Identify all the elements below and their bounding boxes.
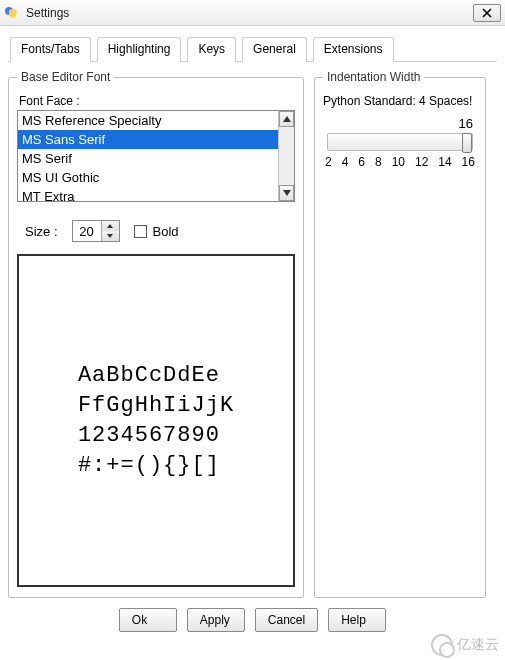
font-option[interactable]: MS Reference Specialty	[18, 111, 278, 130]
ok-button[interactable]: Ok	[119, 608, 177, 632]
preview-line: 1234567890	[78, 421, 234, 451]
slider-ticks: 2 4 6 8 10 12 14 16	[325, 155, 475, 169]
app-icon	[4, 5, 20, 21]
indentation-width-legend: Indentation Width	[323, 70, 424, 84]
titlebar: Settings	[0, 0, 505, 26]
cancel-button[interactable]: Cancel	[255, 608, 318, 632]
base-editor-font-group: Base Editor Font Font Face : MS Referenc…	[8, 70, 304, 598]
size-increase-button[interactable]	[102, 221, 119, 231]
size-label: Size :	[25, 224, 58, 239]
tick-label: 4	[342, 155, 349, 169]
chevron-down-icon	[107, 234, 113, 238]
font-option[interactable]: MS UI Gothic	[18, 168, 278, 187]
tab-general[interactable]: General	[242, 37, 307, 62]
chevron-up-icon	[283, 116, 291, 122]
window-title: Settings	[26, 6, 473, 20]
indentation-width-group: Indentation Width Python Standard: 4 Spa…	[314, 70, 486, 598]
scroll-down-button[interactable]	[279, 185, 294, 201]
chevron-down-icon	[283, 190, 291, 196]
font-preview-text: AaBbCcDdEe FfGgHhIiJjK 1234567890 #:+=()…	[78, 361, 234, 481]
chevron-up-icon	[107, 224, 113, 228]
base-editor-font-legend: Base Editor Font	[17, 70, 114, 84]
tab-bar: Fonts/Tabs Highlighting Keys General Ext…	[8, 36, 497, 62]
listbox-scrollbar[interactable]	[278, 111, 294, 201]
close-icon	[482, 8, 492, 18]
font-face-label: Font Face :	[19, 94, 295, 108]
tick-label: 6	[358, 155, 365, 169]
tick-label: 14	[438, 155, 451, 169]
dialog-button-bar: Ok Apply Cancel Help	[8, 608, 497, 632]
apply-button[interactable]: Apply	[187, 608, 245, 632]
tab-extensions[interactable]: Extensions	[313, 37, 394, 62]
help-button[interactable]: Help	[328, 608, 386, 632]
size-decrease-button[interactable]	[102, 231, 119, 241]
tick-label: 12	[415, 155, 428, 169]
font-preview-box: AaBbCcDdEe FfGgHhIiJjK 1234567890 #:+=()…	[17, 254, 295, 587]
preview-line: #:+=(){}[]	[78, 451, 234, 481]
font-option[interactable]: MT Extra	[18, 187, 278, 201]
tab-highlighting[interactable]: Highlighting	[97, 37, 182, 62]
preview-line: FfGgHhIiJjK	[78, 391, 234, 421]
slider-thumb[interactable]	[462, 133, 472, 153]
tab-keys[interactable]: Keys	[187, 37, 236, 62]
bold-label: Bold	[153, 224, 179, 239]
font-option-selected[interactable]: MS Sans Serif	[18, 130, 278, 149]
indent-value: 16	[323, 116, 477, 131]
size-value: 20	[73, 224, 101, 239]
indent-info: Python Standard: 4 Spaces!	[323, 94, 477, 108]
font-option[interactable]: MS Serif	[18, 149, 278, 168]
scroll-up-button[interactable]	[279, 111, 294, 127]
tab-fonts-tabs[interactable]: Fonts/Tabs	[10, 37, 91, 62]
font-face-listbox[interactable]: MS Reference Specialty MS Sans Serif MS …	[17, 110, 295, 202]
tick-label: 10	[392, 155, 405, 169]
dialog-content: Fonts/Tabs Highlighting Keys General Ext…	[0, 26, 505, 640]
tick-label: 8	[375, 155, 382, 169]
tick-label: 16	[462, 155, 475, 169]
indent-slider[interactable]	[327, 133, 473, 151]
bold-checkbox[interactable]	[134, 225, 147, 238]
close-button[interactable]	[473, 4, 501, 22]
size-spinner[interactable]: 20	[72, 220, 120, 242]
bold-checkbox-row[interactable]: Bold	[134, 224, 179, 239]
preview-line: AaBbCcDdEe	[78, 361, 234, 391]
tick-label: 2	[325, 155, 332, 169]
